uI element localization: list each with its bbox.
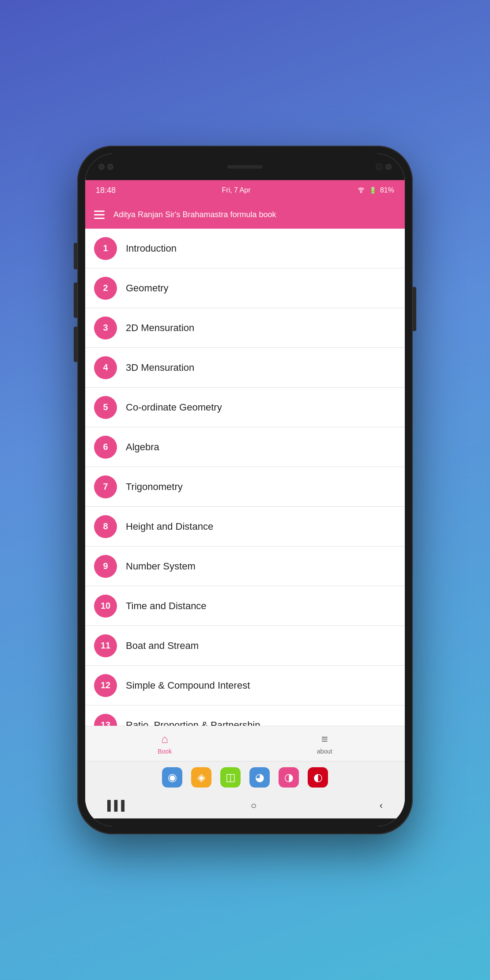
home-button[interactable]: ○	[251, 800, 256, 811]
front-sensor	[98, 164, 105, 170]
power-button[interactable]	[413, 287, 416, 331]
status-bar-wrapper: 18:48 Fri, 7 Apr 🔋 81%	[85, 180, 405, 200]
status-date: Fri, 7 Apr	[222, 186, 251, 194]
notch-center	[227, 165, 263, 169]
chapter-badge: 6	[94, 436, 117, 459]
wifi-icon	[357, 186, 366, 195]
dock-app-app1[interactable]: ◉	[162, 767, 182, 788]
dock-apps: ◉◈◫◕◑◐	[85, 761, 405, 793]
chapter-badge: 9	[94, 555, 117, 578]
bottom-nav: ⌂ Book ≡ about	[85, 726, 405, 761]
chapter-label: Algebra	[126, 441, 159, 453]
nav-item-about[interactable]: ≡ about	[317, 732, 332, 755]
status-time: 18:48	[96, 186, 116, 195]
flash-sensor	[385, 164, 392, 170]
list-item[interactable]: 6 Algebra	[85, 427, 405, 467]
hamburger-line-3	[94, 218, 105, 219]
chapter-label: Height and Distance	[126, 521, 213, 532]
chapter-label: Time and Distance	[126, 600, 207, 612]
volume-up-button[interactable]	[74, 283, 77, 318]
chapter-label: Trigonometry	[126, 481, 183, 493]
hamburger-line-1	[94, 211, 105, 212]
front-camera	[376, 163, 383, 170]
proximity-sensor	[107, 164, 113, 170]
chapter-badge: 2	[94, 277, 117, 300]
chapter-badge: 8	[94, 515, 117, 538]
list-item[interactable]: 9 Number System	[85, 547, 405, 586]
phone-screen: 18:48 Fri, 7 Apr 🔋 81%	[85, 154, 405, 826]
chapter-label: Geometry	[126, 283, 169, 294]
notch	[85, 154, 405, 180]
chapter-label: Introduction	[126, 243, 177, 254]
nav-item-book[interactable]: ⌂ Book	[158, 732, 172, 755]
menu-button[interactable]	[94, 211, 105, 219]
chapter-badge: 12	[94, 674, 117, 697]
battery-icon: 🔋	[369, 187, 377, 194]
nav-label-book: Book	[158, 748, 172, 755]
app-bar: Aditya Ranjan Sir's Brahamastra formula …	[85, 200, 405, 229]
list-item[interactable]: 7 Trigonometry	[85, 467, 405, 507]
list-item[interactable]: 12 Simple & Compound Interest	[85, 666, 405, 705]
chapter-badge: 11	[94, 634, 117, 657]
list-item[interactable]: 3 2D Mensuration	[85, 308, 405, 348]
list-item[interactable]: 4 3D Mensuration	[85, 348, 405, 388]
nav-label-about: about	[317, 748, 332, 755]
dock-app-app5[interactable]: ◑	[279, 767, 299, 788]
list-item[interactable]: 11 Boat and Stream	[85, 626, 405, 666]
back-button[interactable]: ‹	[380, 800, 383, 811]
chapter-badge: 1	[94, 237, 117, 260]
chapter-badge: 4	[94, 356, 117, 379]
list-item[interactable]: 5 Co-ordinate Geometry	[85, 388, 405, 427]
app-title: Aditya Ranjan Sir's Brahamastra formula …	[113, 210, 276, 219]
status-icons: 🔋 81%	[357, 186, 394, 195]
chapter-label: Boat and Stream	[126, 640, 199, 652]
left-sensors	[98, 164, 113, 170]
battery-percent: 81%	[380, 186, 394, 194]
dock-app-app6[interactable]: ◐	[308, 767, 328, 788]
list-item[interactable]: 2 Geometry	[85, 268, 405, 308]
chapter-badge: 7	[94, 475, 117, 498]
chapter-badge: 10	[94, 595, 117, 618]
chapter-label: Number System	[126, 561, 196, 572]
hamburger-line-2	[94, 214, 105, 215]
chapter-badge: 13	[94, 714, 117, 726]
chapter-label: Simple & Compound Interest	[126, 680, 250, 691]
nav-icon-about: ≡	[321, 732, 328, 746]
chapter-label: 3D Mensuration	[126, 362, 194, 373]
system-nav: ▌▌▌ ○ ‹	[85, 793, 405, 818]
chapter-list: 1 Introduction 2 Geometry 3 2D Mensurati…	[85, 229, 405, 726]
chapter-badge: 5	[94, 396, 117, 419]
list-item[interactable]: 10 Time and Distance	[85, 586, 405, 626]
right-sensors	[376, 163, 392, 170]
phone-frame: 18:48 Fri, 7 Apr 🔋 81%	[77, 146, 413, 834]
volume-down-button[interactable]	[74, 327, 77, 362]
chapter-label: Co-ordinate Geometry	[126, 402, 222, 413]
phone-bottom-bezel	[85, 818, 405, 826]
list-item[interactable]: 13 Ratio, Proportion & Partnership	[85, 705, 405, 726]
status-bar: 18:48 Fri, 7 Apr 🔋 81%	[85, 180, 405, 200]
chapter-label: Ratio, Proportion & Partnership	[126, 720, 260, 726]
earpiece-speaker	[227, 165, 263, 169]
chapter-label: 2D Mensuration	[126, 322, 194, 334]
list-item[interactable]: 1 Introduction	[85, 229, 405, 268]
dock-app-app4[interactable]: ◕	[249, 767, 270, 788]
chapter-badge: 3	[94, 317, 117, 339]
dock-app-app3[interactable]: ◫	[220, 767, 241, 788]
dock-app-app2[interactable]: ◈	[191, 767, 211, 788]
list-item[interactable]: 8 Height and Distance	[85, 507, 405, 547]
nav-icon-book: ⌂	[161, 732, 168, 746]
recent-apps-button[interactable]: ▌▌▌	[107, 800, 128, 811]
